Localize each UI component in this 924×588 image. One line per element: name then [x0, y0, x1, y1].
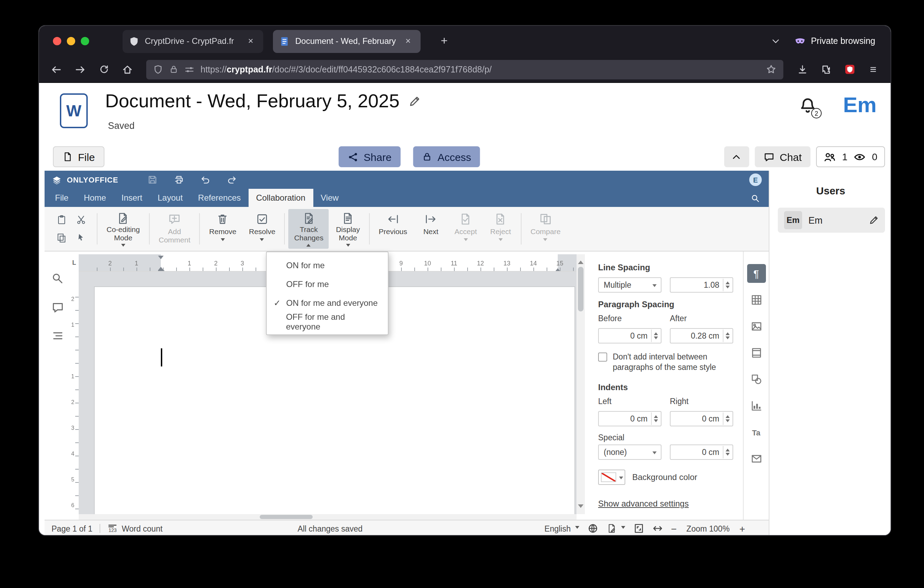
spin-down-icon[interactable] [726, 453, 730, 458]
comments-panel-button[interactable] [51, 301, 63, 313]
text-art-settings-tab[interactable]: Ta [747, 423, 766, 442]
table-settings-tab[interactable] [747, 291, 766, 309]
no-interval-checkbox[interactable] [598, 352, 607, 362]
paste-button[interactable] [55, 213, 68, 226]
language-selector[interactable]: English [544, 524, 579, 533]
right-indent-marker[interactable] [554, 263, 561, 272]
accept-change-button[interactable]: Accept [449, 209, 483, 249]
notifications-bell-button[interactable]: 2 [799, 97, 818, 116]
line-spacing-select[interactable]: Multiple [598, 277, 662, 292]
menu-tab[interactable]: Collaboration [249, 189, 313, 207]
indent-marker[interactable] [157, 256, 164, 272]
spin-down-icon[interactable] [726, 336, 730, 341]
menu-tab[interactable]: Home [76, 189, 114, 207]
remove-comments-button[interactable]: Remove [204, 209, 242, 249]
add-comment-button[interactable]: Add Comment [153, 209, 196, 249]
coediting-mode-button[interactable]: Co-editing Mode [101, 209, 145, 249]
new-tab-button[interactable]: + [434, 31, 454, 51]
word-count-button[interactable]: 123 Word count [107, 523, 163, 533]
spin-up-icon[interactable] [726, 447, 730, 452]
display-mode-button[interactable]: Display Mode [330, 209, 366, 249]
save-icon[interactable] [148, 175, 157, 185]
special-select[interactable]: (none) [598, 444, 662, 460]
line-spacing-value-spinner[interactable]: 1.08 [670, 277, 733, 292]
permissions-icon[interactable] [185, 64, 194, 74]
lock-icon[interactable] [169, 65, 178, 74]
spin-up-icon[interactable] [726, 330, 730, 335]
spin-up-icon[interactable] [654, 413, 658, 418]
list-all-tabs-chevron-icon[interactable] [771, 36, 780, 46]
participants-indicator[interactable]: 1 0 [817, 146, 885, 167]
extensions-icon[interactable] [815, 59, 836, 79]
spacing-after-spinner[interactable]: 0.28 cm [670, 328, 733, 344]
chat-button[interactable]: Chat [754, 146, 810, 167]
show-advanced-settings-link[interactable]: Show advanced settings [598, 499, 733, 509]
window-zoom-button[interactable] [81, 37, 89, 45]
editor-search-button[interactable] [751, 193, 769, 202]
edit-name-pencil-icon[interactable] [869, 215, 879, 225]
spin-down-icon[interactable] [726, 285, 730, 290]
chart-settings-tab[interactable] [747, 396, 766, 415]
menu-tab[interactable]: View [313, 189, 346, 207]
cut-button[interactable] [74, 213, 87, 226]
fit-page-icon[interactable] [633, 523, 644, 533]
tab-close-icon[interactable]: × [402, 35, 414, 47]
spellcheck-globe-icon[interactable] [587, 523, 598, 533]
indent-left-spinner[interactable]: 0 cm [598, 411, 662, 426]
adblock-icon[interactable] [839, 59, 860, 79]
fit-width-icon[interactable] [652, 523, 663, 533]
vertical-scrollbar[interactable] [577, 254, 585, 514]
menu-tab[interactable]: Insert [114, 189, 150, 207]
reload-button[interactable] [93, 59, 114, 79]
back-button[interactable] [46, 59, 67, 79]
horizontal-scrollbar[interactable] [79, 514, 577, 520]
url-text[interactable]: https://cryptpad.fr/doc/#/3/doc/edit/ff0… [201, 64, 760, 74]
collapse-toolbar-button[interactable] [724, 146, 749, 167]
zoom-out-button[interactable]: − [671, 523, 676, 534]
page-title[interactable]: Document - Wed, February 5, 2025 [105, 91, 399, 112]
paragraph-settings-tab[interactable]: ¶ [747, 264, 766, 283]
tab-close-icon[interactable]: × [244, 35, 257, 47]
vertical-ruler[interactable]: 21123456 [69, 272, 79, 514]
track-changes-menu-item[interactable]: ✓ OFF for me and everyone [267, 312, 388, 331]
forward-button[interactable] [69, 59, 91, 79]
scrollbar-thumb[interactable] [578, 267, 584, 311]
redo-icon[interactable] [227, 175, 237, 185]
tab-cryptdrive[interactable]: CryptDrive - CryptPad.fr × [122, 30, 263, 53]
scroll-down-arrow-icon[interactable] [578, 504, 584, 511]
share-button[interactable]: Share [339, 146, 401, 167]
spin-up-icon[interactable] [726, 280, 730, 284]
page-indicator[interactable]: Page 1 of 1 [51, 524, 92, 533]
menu-tab[interactable]: File [47, 189, 76, 207]
compare-button[interactable]: Compare [525, 209, 566, 249]
find-button[interactable] [51, 273, 63, 284]
window-minimize-button[interactable] [67, 37, 75, 45]
copy-button[interactable] [55, 232, 68, 244]
file-button[interactable]: File [53, 146, 104, 167]
mail-merge-tab[interactable] [747, 449, 766, 468]
menu-tab[interactable]: Layout [150, 189, 190, 207]
select-all-button[interactable] [74, 232, 87, 244]
image-settings-tab[interactable] [747, 317, 766, 336]
spin-down-icon[interactable] [726, 419, 730, 424]
bookmark-star-icon[interactable] [766, 64, 776, 74]
user-list-item[interactable]: Em Em [778, 208, 885, 233]
track-changes-menu-item[interactable]: ✓ OFF for me [267, 274, 388, 293]
scroll-up-arrow-icon[interactable] [578, 258, 584, 264]
url-bar[interactable]: https://cryptpad.fr/doc/#/3/doc/edit/ff0… [146, 59, 783, 79]
downloads-icon[interactable] [792, 59, 813, 79]
resolve-comments-button[interactable]: Resolve [243, 209, 281, 249]
track-changes-button[interactable]: Track Changes [289, 209, 329, 249]
spin-up-icon[interactable] [726, 413, 730, 418]
reject-change-button[interactable]: Reject [484, 209, 517, 249]
navigation-panel-button[interactable] [51, 330, 63, 341]
print-icon[interactable] [174, 175, 184, 185]
track-changes-menu-item[interactable]: ✓ ON for me and everyone [267, 293, 388, 312]
menu-button[interactable]: ≡ [863, 59, 884, 79]
rename-pencil-icon[interactable] [408, 96, 420, 107]
menu-tab[interactable]: References [190, 189, 249, 207]
undo-icon[interactable] [201, 175, 210, 185]
spin-down-icon[interactable] [654, 336, 658, 341]
track-changes-menu-item[interactable]: ✓ ON for me [267, 256, 388, 274]
next-change-button[interactable]: Next [414, 209, 448, 249]
